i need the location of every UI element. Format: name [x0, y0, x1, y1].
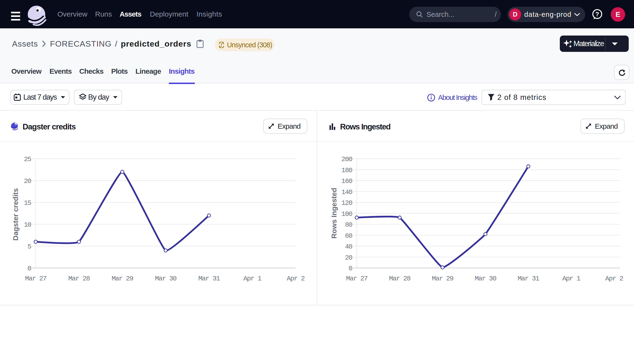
svg-text:100: 100: [342, 210, 352, 218]
svg-text:Mar 29: Mar 29: [112, 275, 133, 282]
svg-text:0: 0: [348, 265, 352, 272]
svg-text:5: 5: [28, 243, 31, 250]
svg-text:Mar 31: Mar 31: [518, 275, 539, 282]
svg-text:Apr 1: Apr 1: [562, 275, 580, 282]
svg-text:Apr 1: Apr 1: [243, 275, 261, 282]
svg-text:Mar 31: Mar 31: [198, 275, 220, 282]
svg-text:Dagster credits: Dagster credits: [12, 188, 20, 240]
svg-text:140: 140: [342, 188, 352, 196]
svg-text:160: 160: [342, 178, 352, 185]
svg-text:Mar 28: Mar 28: [68, 275, 90, 282]
svg-text:80: 80: [345, 221, 352, 228]
svg-text:20: 20: [24, 178, 31, 185]
svg-text:Mar 30: Mar 30: [155, 275, 176, 282]
svg-text:Mar 28: Mar 28: [389, 275, 410, 282]
svg-text:15: 15: [24, 199, 31, 207]
svg-text:Rows Ingested: Rows Ingested: [330, 188, 338, 239]
svg-text:10: 10: [24, 221, 31, 228]
svg-text:0: 0: [28, 265, 31, 272]
svg-text:120: 120: [342, 199, 352, 207]
svg-text:Mar 27: Mar 27: [25, 275, 46, 282]
svg-text:60: 60: [345, 232, 352, 240]
svg-text:25: 25: [24, 156, 31, 163]
svg-text:20: 20: [345, 254, 352, 262]
svg-text:Apr 2: Apr 2: [287, 275, 304, 282]
svg-text:Mar 29: Mar 29: [432, 275, 453, 282]
svg-text:Mar 30: Mar 30: [475, 275, 496, 282]
svg-text:180: 180: [342, 167, 352, 174]
svg-text:Apr 2: Apr 2: [605, 275, 623, 282]
svg-text:200: 200: [342, 156, 352, 163]
svg-text:40: 40: [345, 243, 352, 250]
svg-text:Mar 27: Mar 27: [346, 275, 368, 282]
